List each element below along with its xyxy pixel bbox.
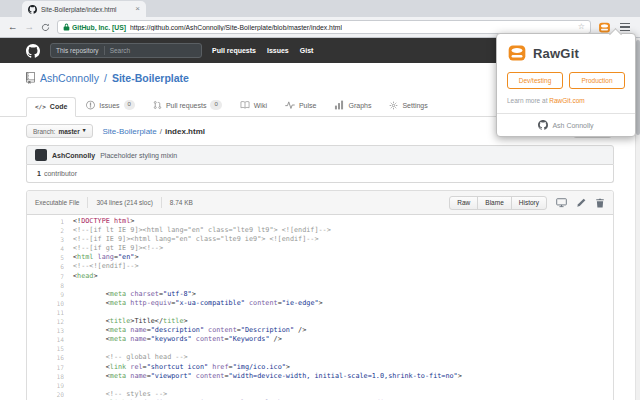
line-number[interactable]: 17 <box>27 363 73 372</box>
production-button[interactable]: Production <box>569 72 625 89</box>
tab-pulse[interactable]: Pulse <box>277 95 325 116</box>
code-row: 15 <box>27 344 613 353</box>
code-row: 17 <link rel="shortcut icon" href="img/i… <box>27 363 613 372</box>
rawgit-brand-name: RawGit <box>533 46 579 61</box>
issue-icon <box>86 100 95 110</box>
code-line: <head> <box>73 272 98 281</box>
line-number[interactable]: 11 <box>27 308 73 317</box>
repo-name-link[interactable]: Site-Boilerplate <box>112 72 189 84</box>
line-number[interactable]: 20 <box>27 390 73 399</box>
tab-label: Issues <box>99 102 119 109</box>
tab-settings[interactable]: Settings <box>381 96 435 116</box>
code-row: 10 <meta http-equiv="x-ua-compatible" co… <box>27 299 613 308</box>
file-lines-info: 304 lines (214 sloc) <box>96 199 152 206</box>
scrollbar-thumb[interactable] <box>636 40 640 135</box>
contributor-count: 1 <box>37 170 41 177</box>
code-line: <!DOCTYPE html> <box>73 217 134 226</box>
header-nav-gist[interactable]: Gist <box>300 47 314 54</box>
code-row: 12 <title>Title</title> <box>27 317 613 326</box>
line-number[interactable]: 5 <box>27 253 73 262</box>
tab-code[interactable]: </> Code <box>26 97 76 117</box>
tab-label: Pulse <box>299 102 317 109</box>
code-line: <title>Title</title> <box>73 317 188 326</box>
header-nav-issues[interactable]: Issues <box>267 47 289 54</box>
search-scope-label: This repository <box>56 47 99 54</box>
chrome-menu-icon[interactable] <box>618 21 632 34</box>
github-favicon-icon <box>28 5 37 14</box>
line-number[interactable]: 18 <box>27 372 73 381</box>
rawgit-extension-icon[interactable] <box>598 21 611 34</box>
tab-close-icon[interactable]: × <box>135 5 140 13</box>
code-row: 5<html lang="en"> <box>27 253 613 262</box>
breadcrumb-repo-link[interactable]: Site-Boilerplate <box>103 127 157 136</box>
gear-icon <box>389 101 398 110</box>
line-number[interactable]: 12 <box>27 317 73 326</box>
dev-testing-button[interactable]: Dev/testing <box>507 72 563 89</box>
back-button[interactable]: ← <box>8 22 18 32</box>
rawgit-brand: RawGit <box>497 34 635 65</box>
line-number[interactable]: 15 <box>27 344 73 353</box>
tab-graphs[interactable]: Graphs <box>326 95 379 116</box>
file-size: 8.74 KB <box>170 199 193 206</box>
edit-pencil-icon[interactable] <box>576 198 586 208</box>
code-row: 4<!--[if gt IE 9]><!--> <box>27 244 613 253</box>
line-number[interactable]: 1 <box>27 217 73 226</box>
commit-author-link[interactable]: AshConnolly <box>52 152 95 159</box>
reload-button[interactable] <box>41 23 50 32</box>
forward-button[interactable]: → <box>25 22 35 32</box>
branch-selector[interactable]: Branch: master ▾ <box>26 124 93 138</box>
file-button-group: Raw Blame History <box>449 196 547 210</box>
tab-wiki[interactable]: Wiki <box>232 95 275 116</box>
line-number[interactable]: 6 <box>27 262 73 271</box>
commit-author-avatar[interactable] <box>35 149 47 161</box>
pull-requests-counter: 0 <box>210 100 221 109</box>
line-number[interactable]: 8 <box>27 281 73 290</box>
repo-search-input[interactable]: This repository Search <box>50 43 202 58</box>
ev-badge[interactable]: GitHub, Inc. [US] <box>63 23 126 31</box>
contributor-label: contributor <box>44 170 77 177</box>
line-number[interactable]: 10 <box>27 299 73 308</box>
line-number[interactable]: 13 <box>27 326 73 335</box>
line-number[interactable]: 14 <box>27 335 73 344</box>
line-number[interactable]: 19 <box>27 381 73 390</box>
github-header-nav: Pull requests Issues Gist <box>212 47 313 54</box>
code-line: <html lang="en"> <box>73 253 139 262</box>
line-number[interactable]: 3 <box>27 235 73 244</box>
bookmark-star-icon[interactable]: ☆ <box>578 23 585 31</box>
line-number[interactable]: 16 <box>27 353 73 362</box>
rendered-view-icon[interactable] <box>556 197 567 208</box>
breadcrumb-separator: / <box>160 127 162 136</box>
code-line: <meta name="viewport" content="width=dev… <box>73 372 462 381</box>
tab-issues[interactable]: Issues 0 <box>78 95 143 116</box>
header-nav-pull-requests[interactable]: Pull requests <box>212 47 256 54</box>
raw-button[interactable]: Raw <box>449 196 478 210</box>
pull-request-icon <box>153 100 162 110</box>
tab-pull-requests[interactable]: Pull requests 0 <box>145 95 230 116</box>
rawgit-link[interactable]: RawGit.com <box>549 97 584 104</box>
url-bar[interactable]: GitHub, Inc. [US] https://github.com/Ash… <box>57 20 591 34</box>
code-row: 1<!DOCTYPE html> <box>27 217 613 226</box>
code-row: 2<!--[if lt IE 9]><html lang="en" class=… <box>27 226 613 235</box>
contributors-summary[interactable]: 1 contributor <box>26 165 614 183</box>
repo-owner-link[interactable]: AshConnolly <box>40 72 99 84</box>
code-line: <meta charset="utf-8"> <box>73 290 196 299</box>
github-logo-icon[interactable] <box>26 44 40 58</box>
file-box: Executable File 304 lines (214 sloc) 8.7… <box>26 190 614 400</box>
line-number[interactable]: 4 <box>27 244 73 253</box>
history-button[interactable]: History <box>511 196 547 210</box>
line-number[interactable]: 2 <box>27 226 73 235</box>
repo-icon <box>26 72 35 84</box>
commit-message-link[interactable]: Placeholder styling mixin <box>100 152 177 159</box>
browser-tab[interactable]: Site-Boilerplate/index.html × <box>22 1 146 17</box>
blame-button[interactable]: Blame <box>477 196 511 210</box>
line-number[interactable]: 7 <box>27 272 73 281</box>
file-info-divider <box>87 197 88 208</box>
code-icon: </> <box>35 103 46 110</box>
line-number[interactable]: 9 <box>27 290 73 299</box>
code-line: <!-- styles --> <box>73 390 167 399</box>
code-view: 1<!DOCTYPE html>2<!--[if lt IE 9]><html … <box>27 215 613 400</box>
code-line: <meta name="keywords" content="Keywords"… <box>73 335 282 344</box>
code-row: 11 <box>27 308 613 317</box>
code-row: 7<head> <box>27 272 613 281</box>
delete-trash-icon[interactable] <box>595 198 605 208</box>
